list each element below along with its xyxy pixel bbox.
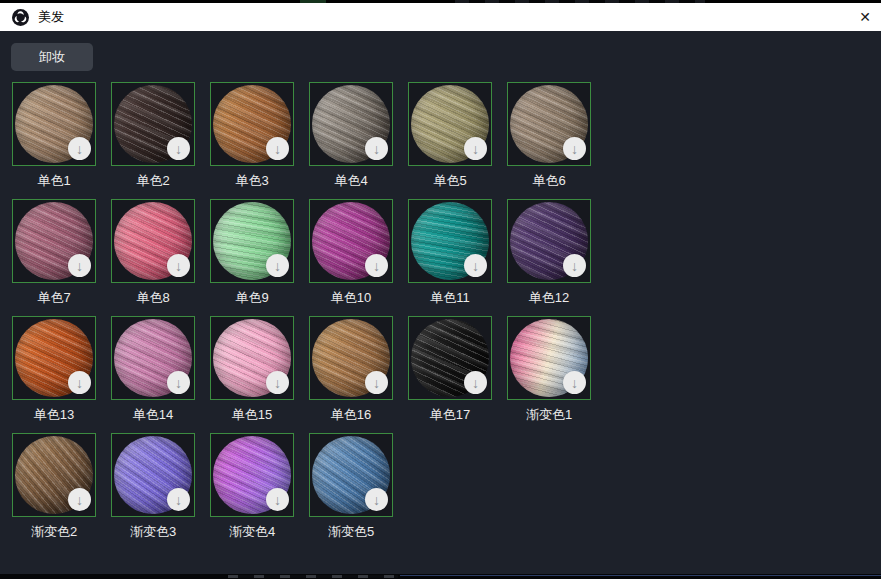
download-button[interactable]: ↓ <box>464 254 487 277</box>
hair-style-label: 单色11 <box>408 289 492 305</box>
hair-style-label: 单色1 <box>12 172 96 188</box>
hair-style-tile[interactable]: ↓ <box>12 433 96 517</box>
hair-style-tile[interactable]: ↓ <box>309 316 393 400</box>
hair-style-item[interactable]: ↓ 单色17 <box>408 316 492 422</box>
hair-style-item[interactable]: ↓ 渐变色1 <box>507 316 591 422</box>
hair-style-tile[interactable]: ↓ <box>408 82 492 166</box>
hair-style-item[interactable]: ↓ 渐变色2 <box>12 433 96 539</box>
hair-style-item[interactable]: ↓ 单色6 <box>507 82 591 188</box>
hair-style-item[interactable]: ↓ 单色13 <box>12 316 96 422</box>
download-button[interactable]: ↓ <box>167 254 190 277</box>
hair-style-label: 单色16 <box>309 406 393 422</box>
hair-style-tile[interactable]: ↓ <box>408 199 492 283</box>
hair-style-item[interactable]: ↓ 单色3 <box>210 82 294 188</box>
download-button[interactable]: ↓ <box>563 371 586 394</box>
download-icon: ↓ <box>472 142 479 156</box>
download-button[interactable]: ↓ <box>68 254 91 277</box>
download-button[interactable]: ↓ <box>365 371 388 394</box>
dialog-body: 卸妆 ↓ 单色1 ↓ 单色2 ↓ 单色3 <box>0 31 881 574</box>
download-button[interactable]: ↓ <box>167 488 190 511</box>
hair-style-item[interactable]: ↓ 单色16 <box>309 316 393 422</box>
hair-style-tile[interactable]: ↓ <box>12 316 96 400</box>
background-window-bottom-edge <box>0 574 881 579</box>
hair-style-label: 单色10 <box>309 289 393 305</box>
hair-style-label: 单色14 <box>111 406 195 422</box>
remove-makeup-button[interactable]: 卸妆 <box>11 43 93 71</box>
hair-style-item[interactable]: ↓ 单色10 <box>309 199 393 305</box>
download-button[interactable]: ↓ <box>464 137 487 160</box>
download-icon: ↓ <box>373 376 380 390</box>
download-button[interactable]: ↓ <box>167 137 190 160</box>
hair-style-tile[interactable]: ↓ <box>111 82 195 166</box>
hair-style-tile[interactable]: ↓ <box>12 82 96 166</box>
hair-style-tile[interactable]: ↓ <box>309 82 393 166</box>
download-icon: ↓ <box>76 493 83 507</box>
hair-style-tile[interactable]: ↓ <box>210 433 294 517</box>
hair-style-tile[interactable]: ↓ <box>111 199 195 283</box>
hair-style-tile[interactable]: ↓ <box>507 199 591 283</box>
hair-style-label: 单色12 <box>507 289 591 305</box>
download-button[interactable]: ↓ <box>266 488 289 511</box>
hair-style-tile[interactable]: ↓ <box>309 433 393 517</box>
hair-style-tile[interactable]: ↓ <box>111 433 195 517</box>
download-button[interactable]: ↓ <box>167 371 190 394</box>
download-button[interactable]: ↓ <box>266 371 289 394</box>
hair-style-label: 单色5 <box>408 172 492 188</box>
close-button[interactable]: ✕ <box>841 5 871 29</box>
download-button[interactable]: ↓ <box>266 137 289 160</box>
download-icon: ↓ <box>76 142 83 156</box>
hair-style-grid: ↓ 单色1 ↓ 单色2 ↓ 单色3 ↓ 单色4 <box>12 82 881 539</box>
download-icon: ↓ <box>274 493 281 507</box>
hair-style-label: 渐变色2 <box>12 523 96 539</box>
hair-style-item[interactable]: ↓ 单色15 <box>210 316 294 422</box>
download-button[interactable]: ↓ <box>68 371 91 394</box>
hair-style-item[interactable]: ↓ 单色4 <box>309 82 393 188</box>
hair-style-tile[interactable]: ↓ <box>507 316 591 400</box>
hair-style-item[interactable]: ↓ 渐变色4 <box>210 433 294 539</box>
download-button[interactable]: ↓ <box>365 488 388 511</box>
download-button[interactable]: ↓ <box>68 137 91 160</box>
download-icon: ↓ <box>76 259 83 273</box>
hair-style-tile[interactable]: ↓ <box>210 82 294 166</box>
download-button[interactable]: ↓ <box>464 371 487 394</box>
download-button[interactable]: ↓ <box>365 254 388 277</box>
hair-style-item[interactable]: ↓ 单色12 <box>507 199 591 305</box>
download-icon: ↓ <box>274 142 281 156</box>
download-button[interactable]: ↓ <box>563 137 586 160</box>
download-button[interactable]: ↓ <box>68 488 91 511</box>
download-icon: ↓ <box>571 376 578 390</box>
hair-style-label: 单色3 <box>210 172 294 188</box>
hair-style-tile[interactable]: ↓ <box>309 199 393 283</box>
hair-style-item[interactable]: ↓ 单色1 <box>12 82 96 188</box>
download-button[interactable]: ↓ <box>266 254 289 277</box>
hair-style-item[interactable]: ↓ 单色7 <box>12 199 96 305</box>
download-button[interactable]: ↓ <box>563 254 586 277</box>
hair-style-item[interactable]: ↓ 单色14 <box>111 316 195 422</box>
hair-style-tile[interactable]: ↓ <box>12 199 96 283</box>
hair-style-item[interactable]: ↓ 单色11 <box>408 199 492 305</box>
download-button[interactable]: ↓ <box>365 137 388 160</box>
hair-style-tile[interactable]: ↓ <box>111 316 195 400</box>
background-window-top-edge <box>0 0 881 3</box>
dialog-title: 美发 <box>38 8 64 26</box>
download-icon: ↓ <box>175 142 182 156</box>
hair-style-item[interactable]: ↓ 单色2 <box>111 82 195 188</box>
obs-logo-icon <box>12 9 29 26</box>
hair-style-item[interactable]: ↓ 渐变色3 <box>111 433 195 539</box>
hair-style-item[interactable]: ↓ 单色5 <box>408 82 492 188</box>
hair-style-tile[interactable]: ↓ <box>408 316 492 400</box>
hair-style-label: 渐变色5 <box>309 523 393 539</box>
hair-style-label: 单色15 <box>210 406 294 422</box>
hair-style-label: 单色9 <box>210 289 294 305</box>
hair-style-item[interactable]: ↓ 单色8 <box>111 199 195 305</box>
hair-style-label: 单色13 <box>12 406 96 422</box>
hair-style-label: 单色6 <box>507 172 591 188</box>
hair-style-item[interactable]: ↓ 渐变色5 <box>309 433 393 539</box>
hair-style-tile[interactable]: ↓ <box>507 82 591 166</box>
hair-style-label: 渐变色1 <box>507 406 591 422</box>
hair-style-tile[interactable]: ↓ <box>210 316 294 400</box>
hair-style-label: 单色7 <box>12 289 96 305</box>
hair-style-tile[interactable]: ↓ <box>210 199 294 283</box>
hair-style-label: 单色4 <box>309 172 393 188</box>
hair-style-item[interactable]: ↓ 单色9 <box>210 199 294 305</box>
